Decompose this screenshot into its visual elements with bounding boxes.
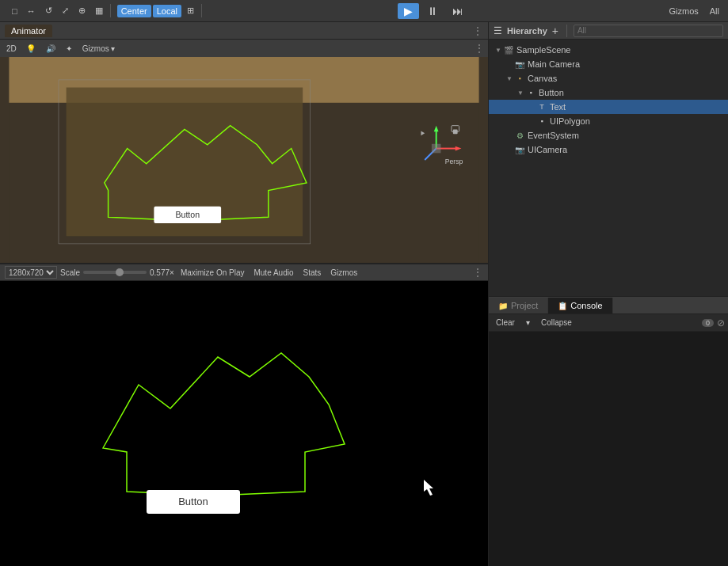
arrow-button: ▼ [517,89,525,97]
hierarchy-item-maincamera[interactable]: 📷 Main Camera [489,57,728,71]
svg-rect-12 [432,144,441,154]
hierarchy-title: Hierarchy [507,26,547,36]
console-tab[interactable]: 📋 Console [548,298,612,313]
game-toolbar: 1280x720 Scale 0.577× Maximize On Play M… [0,264,488,281]
svg-text:Button: Button [175,210,200,219]
canvas-icon: ▪ [514,73,525,84]
game-canvas-svg: Button [0,281,488,566]
arrow-canvas: ▼ [506,75,514,82]
hierarchy-search[interactable] [574,25,723,37]
scene-more-options[interactable]: ⋮ [472,25,483,37]
scene-secondary-toolbar: 2D 💡 🔊 ✦ Gizmos ▾ ⋮ [0,40,488,57]
local-btn[interactable]: Local [153,5,181,17]
step-button[interactable]: ⏭ [446,3,470,19]
gizmos-dropdown[interactable]: Gizmos [665,5,702,17]
animator-tab[interactable]: Animator [5,25,52,37]
hierarchy-item-button[interactable]: ▼ ▪ Button [489,85,728,100]
transform-tools: □ ↔ ↺ ⤢ ⊕ ▦ [5,4,111,17]
label-canvas: Canvas [528,74,557,83]
clear-btn[interactable]: Clear [492,317,519,328]
tool-rect2[interactable]: ⊕ [74,4,90,17]
console-tab-label: Console [570,301,602,310]
main-layout: Animator ⋮ 2D 💡 🔊 ✦ Gizmos ▾ ⋮ [0,22,728,566]
scale-label: Scale [60,268,80,277]
hierarchy-item-canvas[interactable]: ▼ ▪ Canvas [489,71,728,85]
resolution-select[interactable]: 1280x720 [5,266,57,279]
game-toolbar-more[interactable]: ⋮ [472,266,483,279]
hierarchy-item-uicamera[interactable]: 📷 UICamera [489,142,728,157]
audio-btn[interactable]: 🔊 [42,43,59,55]
hierarchy-item-text[interactable]: T Text [489,100,728,114]
all-dropdown[interactable]: All [706,5,723,17]
hierarchy-item-samplescene[interactable]: ▼ 🎬 SampleScene [489,43,728,57]
hierarchy-item-eventsystem[interactable]: ⚙ EventSystem [489,128,728,142]
arrow-samplescene: ▼ [495,47,503,54]
scene-tab-bar: Animator ⋮ [0,22,488,40]
scene-toolbar-more[interactable]: ⋮ [474,42,485,55]
extra-btn[interactable]: ⊞ [183,4,198,17]
collapse-btn[interactable]: Collapse [537,317,576,328]
hierarchy-header: ☰ Hierarchy + [489,22,728,40]
pivot-tools: Center Local ⊞ [114,4,202,17]
uicamera-icon: 📷 [514,144,525,155]
eventsystem-icon: ⚙ [514,130,525,141]
project-tab[interactable]: 📁 Project [489,298,548,313]
scale-slider[interactable] [83,271,147,274]
lighting-btn[interactable]: 💡 [22,43,40,55]
sep1 [566,25,567,37]
top-toolbar: □ ↔ ↺ ⤢ ⊕ ▦ Center Local ⊞ ▶ ⏸ ⏭ Gizmos … [0,0,728,22]
center-btn[interactable]: Center [117,5,151,17]
console-tab-icon: 📋 [558,302,567,310]
hierarchy-item-uipolygon[interactable]: ▪ UIPolygon [489,114,728,128]
label-text: Text [550,102,566,112]
playmode-controls: ▶ ⏸ ⏭ [398,3,470,19]
mute-audio-btn[interactable]: Mute Audio [250,268,296,278]
game-gizmos-btn[interactable]: Gizmos [327,268,360,278]
svg-text:Persp: Persp [445,158,463,165]
hierarchy-tree: ▼ 🎬 SampleScene 📷 Main Camera ▼ ▪ Canvas [489,40,728,296]
tool-move[interactable]: ↔ [23,5,40,17]
bottom-tab-bar: 📁 Project 📋 Console [489,297,728,314]
button-icon: ▪ [525,87,536,98]
project-tab-label: Project [511,301,538,310]
label-eventsystem: EventSystem [528,131,579,140]
error-badge: 0 [702,319,714,327]
fx-btn[interactable]: ✦ [62,43,76,55]
hierarchy-add-btn[interactable]: + [551,25,560,37]
label-maincamera: Main Camera [528,59,580,69]
scene-icon: 🎬 [503,44,514,55]
label-samplescene: SampleScene [516,45,571,55]
project-tab-icon: 📁 [498,302,508,310]
scene-gizmos-btn[interactable]: Gizmos ▾ [78,43,120,55]
uipolygon-icon: ▪ [536,116,547,127]
label-uicamera: UICamera [528,145,567,154]
console-content [489,332,728,566]
svg-rect-16 [453,129,458,134]
tool-rotate[interactable]: ↺ [41,4,56,17]
game-view: Button [0,281,488,566]
tool-rect[interactable]: □ [8,5,21,17]
right-panel: ☰ Hierarchy + ▼ 🎬 SampleScene 📷 Main Cam… [488,22,728,566]
error-icon: ⊘ [717,317,725,329]
play-button[interactable]: ▶ [398,3,419,19]
scale-value: 0.577× [150,268,174,277]
console-toolbar: Clear ▾ Collapse 0 ⊘ [489,314,728,332]
label-button: Button [539,88,564,97]
scene-view: Button Persp [0,57,488,264]
left-panel: Animator ⋮ 2D 💡 🔊 ✦ Gizmos ▾ ⋮ [0,22,488,566]
maximize-on-play-btn[interactable]: Maximize On Play [177,268,248,278]
scene-canvas-svg: Button Persp [0,57,488,263]
svg-text:Button: Button [178,496,208,507]
hierarchy-icon: ☰ [494,25,502,36]
2d-btn[interactable]: 2D [3,44,20,54]
text-icon: T [536,101,547,112]
svg-rect-17 [0,290,488,557]
pause-button[interactable]: ⏸ [421,3,444,19]
bottom-tabs-area: 📁 Project 📋 Console Clear ▾ Collapse 0 ⊘ [489,296,728,566]
camera-icon: 📷 [514,59,525,70]
tool-scale[interactable]: ⤢ [58,4,73,17]
label-uipolygon: UIPolygon [550,116,590,126]
stats-btn[interactable]: Stats [300,268,325,278]
tool-grid[interactable]: ▦ [91,4,107,17]
clear-dropdown-btn[interactable]: ▾ [522,317,534,328]
